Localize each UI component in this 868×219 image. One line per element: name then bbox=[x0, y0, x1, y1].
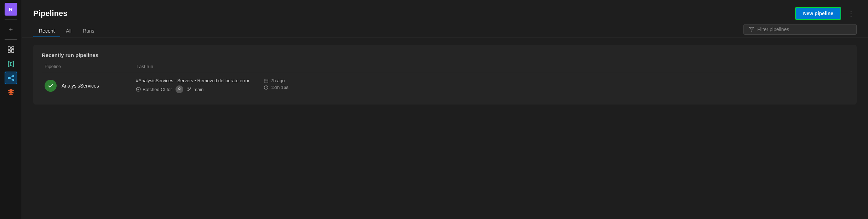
svg-marker-9 bbox=[749, 27, 754, 32]
add-project-button[interactable]: + bbox=[5, 23, 17, 36]
run-details: #AnalysisServices - Servers • Removed de… bbox=[136, 78, 249, 93]
status-icon-success bbox=[45, 80, 57, 92]
branch-item: main bbox=[187, 87, 203, 92]
branch-icon bbox=[187, 87, 192, 92]
page-title: Pipelines bbox=[33, 9, 68, 18]
duration-label: 12m 16s bbox=[271, 85, 288, 90]
user-avatar[interactable]: R bbox=[5, 3, 17, 16]
svg-line-7 bbox=[9, 76, 12, 78]
svg-point-4 bbox=[8, 77, 9, 79]
run-timing: 7h ago 12m 16s bbox=[264, 78, 299, 90]
duration-item: 12m 16s bbox=[264, 85, 299, 90]
sidebar-item-pipelines[interactable] bbox=[5, 72, 17, 84]
svg-rect-2 bbox=[11, 49, 13, 52]
svg-rect-3 bbox=[8, 50, 10, 52]
col-header-lastrun: Last run bbox=[137, 64, 845, 69]
table-row[interactable]: AnalysisServices #AnalysisServices - Ser… bbox=[42, 74, 848, 97]
run-meta: Batched CI for bbox=[136, 85, 249, 93]
trigger-item: Batched CI for bbox=[136, 87, 172, 92]
trigger-label: Batched CI for bbox=[143, 87, 172, 92]
svg-rect-1 bbox=[11, 47, 13, 49]
svg-point-6 bbox=[12, 79, 14, 81]
run-commit-message: #AnalysisServices - Servers • Removed de… bbox=[136, 78, 249, 83]
calendar-icon bbox=[264, 78, 269, 83]
svg-line-8 bbox=[9, 78, 12, 80]
svg-point-11 bbox=[188, 88, 188, 88]
sidebar-item-releases[interactable] bbox=[5, 86, 17, 99]
recently-run-section: Recently run pipelines Pipeline Last run… bbox=[33, 45, 857, 105]
sidebar-divider-2 bbox=[5, 39, 17, 40]
new-pipeline-button[interactable]: New pipeline bbox=[795, 7, 841, 20]
sidebar-item-repos[interactable] bbox=[5, 57, 17, 70]
tab-recent[interactable]: Recent bbox=[33, 25, 60, 37]
sidebar-item-boards[interactable] bbox=[5, 43, 17, 56]
trigger-icon bbox=[136, 87, 141, 92]
header-actions: New pipeline ⋮ bbox=[795, 7, 857, 20]
page-header: Pipelines New pipeline ⋮ bbox=[22, 0, 868, 20]
filter-icon bbox=[749, 27, 754, 32]
tabs-bar: Recent All Runs bbox=[22, 20, 868, 38]
branch-label: main bbox=[194, 87, 203, 92]
tab-all[interactable]: All bbox=[60, 25, 77, 37]
col-header-pipeline: Pipeline bbox=[45, 64, 137, 69]
filter-pipelines-wrap bbox=[743, 24, 857, 35]
main-content: Pipelines New pipeline ⋮ Recent All Runs… bbox=[22, 0, 868, 219]
sidebar: R + bbox=[0, 0, 22, 219]
svg-point-12 bbox=[188, 90, 188, 91]
user-avatar-small bbox=[176, 85, 183, 93]
svg-rect-15 bbox=[264, 79, 268, 83]
svg-rect-0 bbox=[8, 47, 10, 49]
table-header: Pipeline Last run bbox=[42, 64, 848, 72]
tabs-list: Recent All Runs bbox=[33, 25, 100, 37]
content-area: Recently run pipelines Pipeline Last run… bbox=[22, 38, 868, 219]
clock-icon bbox=[264, 85, 269, 90]
time-ago-label: 7h ago bbox=[271, 78, 285, 83]
section-title: Recently run pipelines bbox=[42, 52, 848, 58]
more-options-button[interactable]: ⋮ bbox=[845, 8, 857, 19]
svg-point-13 bbox=[190, 88, 191, 88]
filter-pipelines-input[interactable] bbox=[757, 27, 851, 32]
pipeline-name: AnalysisServices bbox=[62, 83, 136, 89]
tab-runs[interactable]: Runs bbox=[77, 25, 100, 37]
svg-point-10 bbox=[179, 88, 180, 89]
svg-point-5 bbox=[12, 75, 14, 77]
sidebar-divider bbox=[5, 19, 17, 19]
time-ago-item: 7h ago bbox=[264, 78, 299, 83]
pipeline-lastrun-info: #AnalysisServices - Servers • Removed de… bbox=[136, 78, 845, 93]
